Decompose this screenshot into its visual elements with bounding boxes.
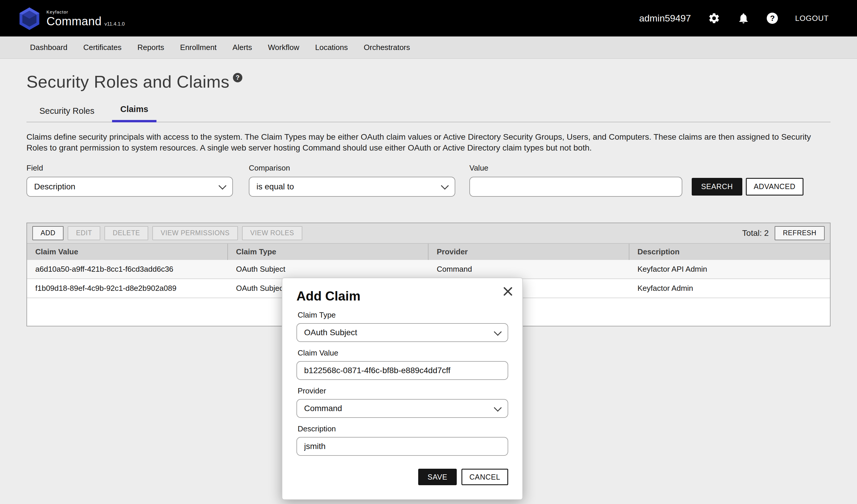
- comparison-select-value: is equal to: [256, 182, 294, 191]
- modal-title: Add Claim: [297, 289, 508, 303]
- claim-type-select-value: OAuth Subject: [304, 328, 357, 337]
- search-button[interactable]: SEARCH: [692, 178, 742, 196]
- tab-claims[interactable]: Claims: [112, 104, 156, 122]
- nav-item-dashboard[interactable]: Dashboard: [30, 43, 67, 52]
- notifications-bell-icon[interactable]: [737, 12, 750, 24]
- chevron-down-icon: [441, 182, 449, 190]
- nav-item-locations[interactable]: Locations: [315, 43, 348, 52]
- cell-provider: Command: [428, 260, 629, 279]
- close-icon[interactable]: [504, 287, 512, 296]
- page-description: Claims define security principals with a…: [27, 132, 826, 153]
- brand-command: Command: [47, 15, 101, 27]
- settings-gear-icon[interactable]: [708, 12, 720, 24]
- table-header-row: Claim Value Claim Type Provider Descript…: [27, 244, 830, 260]
- delete-button[interactable]: DELETE: [104, 226, 148, 240]
- save-button[interactable]: SAVE: [418, 469, 457, 485]
- grid-toolbar: ADD EDIT DELETE VIEW PERMISSIONS VIEW RO…: [27, 223, 830, 244]
- description-input[interactable]: [297, 437, 508, 456]
- brand: Keyfactor Command v11.4.1.0: [18, 6, 125, 30]
- username: admin59497: [639, 13, 691, 24]
- main-nav: Dashboard Certificates Reports Enrollmen…: [0, 36, 857, 59]
- keyfactor-logo-icon: [18, 6, 41, 30]
- chevron-down-icon: [494, 404, 502, 412]
- value-label: Value: [469, 164, 682, 173]
- provider-select[interactable]: Command: [297, 399, 508, 418]
- description-label: Description: [298, 424, 508, 433]
- cell-claim-value: a6d10a50-a9ff-421b-8cc1-f6cd3add6c36: [27, 260, 228, 279]
- claim-value-label: Claim Value: [298, 349, 508, 357]
- view-roles-button[interactable]: VIEW ROLES: [242, 226, 302, 240]
- cell-claim-value: f1b09d18-89ef-4c9b-92c1-d8e2b902a089: [27, 279, 228, 298]
- view-permissions-button[interactable]: VIEW PERMISSIONS: [152, 226, 238, 240]
- comparison-select[interactable]: is equal to: [249, 177, 455, 197]
- provider-select-value: Command: [304, 404, 342, 413]
- cancel-button[interactable]: CANCEL: [461, 469, 508, 485]
- nav-item-reports[interactable]: Reports: [137, 43, 164, 52]
- nav-item-alerts[interactable]: Alerts: [233, 43, 252, 52]
- help-icon[interactable]: [767, 13, 778, 24]
- page-title: Security Roles and Claims: [27, 72, 830, 91]
- column-header-claim-value[interactable]: Claim Value: [27, 244, 228, 260]
- column-header-provider[interactable]: Provider: [428, 244, 629, 260]
- nav-item-workflow[interactable]: Workflow: [268, 43, 299, 52]
- field-label: Field: [27, 164, 233, 173]
- claim-type-select[interactable]: OAuth Subject: [297, 323, 508, 342]
- provider-label: Provider: [298, 386, 508, 396]
- column-header-description[interactable]: Description: [629, 244, 830, 260]
- tab-bar: Security Roles Claims: [27, 104, 830, 122]
- chevron-down-icon: [494, 328, 502, 336]
- table-row[interactable]: a6d10a50-a9ff-421b-8cc1-f6cd3add6c36 OAu…: [27, 260, 830, 279]
- page-help-icon[interactable]: [233, 73, 242, 82]
- nav-item-certificates[interactable]: Certificates: [83, 43, 121, 52]
- modal-actions: SAVE CANCEL: [297, 469, 508, 485]
- add-button[interactable]: ADD: [32, 226, 64, 240]
- comparison-label: Comparison: [249, 164, 455, 173]
- advanced-button[interactable]: ADVANCED: [746, 178, 804, 196]
- nav-item-enrollment[interactable]: Enrollment: [180, 43, 216, 52]
- claim-value-input[interactable]: [297, 361, 508, 380]
- chevron-down-icon: [219, 182, 226, 190]
- total-count: Total: 2: [742, 229, 769, 238]
- cell-description: Keyfactor Admin: [629, 279, 830, 298]
- field-select-value: Description: [34, 182, 75, 191]
- page-title-text: Security Roles and Claims: [27, 72, 230, 91]
- field-select[interactable]: Description: [27, 177, 233, 197]
- value-input[interactable]: [469, 177, 682, 197]
- cell-description: Keyfactor API Admin: [629, 260, 830, 279]
- edit-button[interactable]: EDIT: [68, 226, 100, 240]
- claim-type-label: Claim Type: [298, 310, 508, 320]
- top-header: Keyfactor Command v11.4.1.0 admin59497 L…: [0, 0, 857, 36]
- add-claim-modal: Add Claim Claim Type OAuth Subject Claim…: [282, 278, 523, 500]
- app-root: Keyfactor Command v11.4.1.0 admin59497 L…: [0, 0, 857, 504]
- nav-item-orchestrators[interactable]: Orchestrators: [364, 43, 410, 52]
- logout-button[interactable]: LOGOUT: [795, 14, 829, 23]
- tab-security-roles[interactable]: Security Roles: [31, 106, 103, 122]
- cell-claim-type: OAuth Subject: [228, 260, 429, 279]
- version-label: v11.4.1.0: [104, 21, 125, 27]
- refresh-button[interactable]: REFRESH: [775, 226, 825, 240]
- brand-keyfactor: Keyfactor: [47, 10, 101, 14]
- column-header-claim-type[interactable]: Claim Type: [228, 244, 429, 260]
- search-form: Field Description Comparison is equal to…: [27, 164, 830, 197]
